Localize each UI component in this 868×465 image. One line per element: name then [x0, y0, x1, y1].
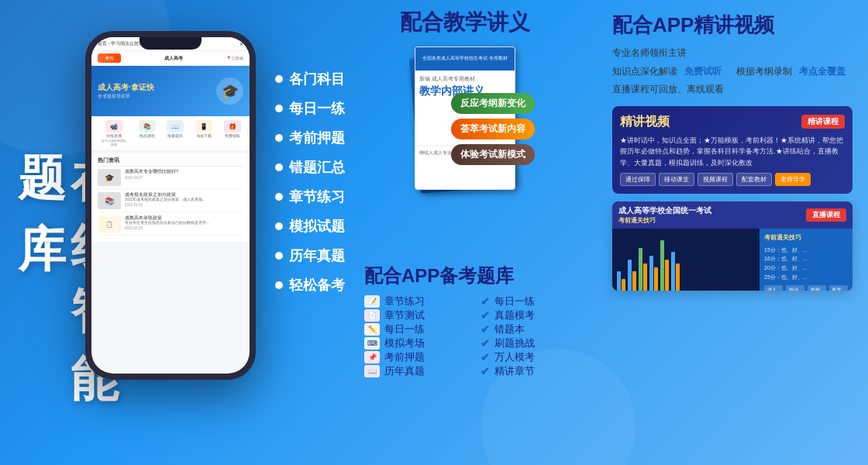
phone-frame: 首页 - 学习闯法让您试题学习平台 ✕ 学习 成人高考 📍 江西省 成人高考·拿…: [85, 31, 256, 380]
check-item-1: ✔ 每日一练: [480, 294, 581, 308]
phone-banner: 成人高考·拿证快 全省超前培训班 🎓: [91, 66, 250, 116]
video-card-description: ★讲时话中，知识点全面；★万能模板，考前利器！★系统精讲，帮您把握历年必做特点和…: [620, 135, 845, 168]
exam-item-2: 📄 章节测试: [364, 308, 465, 322]
check-item-6: ✔ 精讲章节: [480, 364, 581, 378]
phone-logo: 学习: [98, 53, 121, 63]
check-item-5: ✔ 万人模考: [480, 350, 581, 364]
exam-item-4: ⌨ 模拟考场: [364, 336, 465, 350]
textbook-section: 配合教学讲义 全国各类成人高等学校招生考试·专用教材 新编 成人高考专用教材 教…: [364, 8, 566, 208]
book-stack: 全国各类成人高等学校招生考试·专用教材 新编 成人高考专用教材 教学内部讲义 继…: [403, 46, 527, 202]
feature-item-3: 考前押题: [275, 129, 345, 147]
live-card-body: 考前通关技巧 15分：也、好、... 16分：也、好、... 20分：也、好、.…: [612, 229, 852, 291]
live-chart-area: [612, 229, 760, 291]
bullet-8: [275, 281, 283, 289]
live-btn-2[interactable]: 移动课堂: [786, 285, 804, 291]
feature-item-5: 章节练习: [275, 188, 345, 206]
video-card-title: 精讲视频: [620, 114, 670, 130]
check-item-4: ✔ 刷题挑战: [480, 336, 581, 350]
exam-grid: 📝 章节练习 📄 章节测试 ✏️ 每日一练 ⌨ 模拟考场 📌 考前押题 📖: [364, 294, 581, 378]
live-card-subtitle: 考前通关技巧: [618, 216, 711, 225]
feature-text-2: 知识点深化解读 免费试听: [612, 64, 728, 81]
live-card-title: 成人高等学校全国统一考试: [618, 205, 711, 216]
phone-screen: 首页 - 学习闯法让您试题学习平台 ✕ 学习 成人高考 📍 江西省 成人高考·拿…: [91, 37, 250, 374]
exam-section: 配合APP备考题库 📝 章节练习 📄 章节测试 ✏️ 每日一练 ⌨ 模拟考场 📌: [364, 264, 581, 378]
chart-bar-1: [617, 271, 621, 291]
live-bottom-buttons: 进入课堂 移动课堂 视频回放 配套教材: [764, 285, 848, 291]
phone-icon-app: 📱 App下载: [195, 120, 212, 146]
feature-item-4: 错题汇总: [275, 158, 345, 177]
badge-1: 反应考纲新变化: [451, 93, 535, 114]
phone-location: 📍 江西省: [226, 56, 243, 60]
feature-item-6: 模拟试题: [275, 217, 345, 236]
exam-item-5: 📌 考前押题: [364, 350, 465, 364]
right-section-title: 配合APP精讲视频: [612, 12, 852, 39]
live-btn-1[interactable]: 进入课堂: [764, 285, 783, 291]
right-features: 专业名师领衔主讲 知识点深化解读 免费试听 根据考纲录制 考点全覆盖 直播课程可…: [612, 45, 852, 98]
video-card-header: 精讲视频 精讲课程: [620, 114, 845, 130]
phone-icon-course: 📚 精品课程: [139, 120, 156, 146]
live-card: 成人高等学校全国统一考试 考前通关技巧 直播课程: [612, 202, 852, 291]
live-text-line-1: 15分：也、好、...: [764, 246, 848, 255]
exam-item-1: 📝 章节练习: [364, 294, 465, 308]
video-tag-4: 配套教材: [736, 173, 772, 186]
book-front-header: 全国各类成人高等学校招生考试·专用教材: [415, 47, 515, 71]
feature-text-1: 专业名师领衔主讲: [612, 45, 728, 62]
textbook-visual: 全国各类成人高等学校招生考试·专用教材 新编 成人高考专用教材 教学内部讲义 继…: [364, 46, 566, 202]
live-text-area: 考前通关技巧 15分：也、好、... 16分：也、好、... 20分：也、好、.…: [760, 229, 852, 291]
phone-icon-live: 📹 在线直播 全平台超名师团队授课: [100, 120, 127, 146]
video-card-tags: 通过保障 移动课堂 视频课程 配套教材 老师导学: [620, 173, 845, 186]
phone-nav-text: 成人高考: [164, 55, 183, 62]
video-tag-1: 通过保障: [620, 173, 656, 186]
exam-item-3: ✏️ 每日一练: [364, 322, 465, 336]
phone-icon-free: 🎁 免费领取: [224, 120, 241, 146]
feature-item-2: 每日一练: [275, 99, 345, 118]
live-btn-4[interactable]: 配套教材: [829, 285, 848, 291]
news-thumb-1: 🎓: [98, 169, 121, 186]
video-card-badge: 精讲课程: [801, 115, 845, 129]
live-card-header: 成人高等学校全国统一考试 考前通关技巧 直播课程: [612, 202, 852, 229]
video-tag-2: 移动课堂: [659, 173, 694, 186]
feature-text-4: 直播课程可回放、离线观看: [612, 81, 852, 98]
textbook-title: 配合教学讲义: [364, 8, 566, 37]
phone-mockup: 首页 - 学习闯法让您试题学习平台 ✕ 学习 成人高考 📍 江西省 成人高考·拿…: [85, 16, 256, 450]
badge-3: 体验考试新模式: [451, 144, 535, 165]
bullet-6: [275, 222, 283, 230]
bullet-7: [275, 252, 283, 260]
news-item-2: 📚 成考报名政策之加分政策 2021年成考报名政策之加分政策，成人高考报... …: [98, 192, 243, 212]
feature-item-1: 各门科目: [275, 70, 345, 88]
phone-icon-library: 📖 海量题库: [167, 120, 184, 146]
bullet-3: [275, 134, 283, 142]
phone-news-section: 热门资讯 🎓 成教高本专业哪些比较好? 2021-04-27 📚 成考报名政策之…: [91, 153, 250, 242]
live-badge: 直播课程: [806, 208, 846, 222]
video-card: 精讲视频 精讲课程 ★讲时话中，知识点全面；★万能模板，考前利器！★系统精讲，帮…: [612, 106, 852, 194]
news-item-1: 🎓 成教高本专业哪些比较好? 2021-04-27: [98, 169, 243, 189]
news-item-3: 📋 成教高本录取政策 专业学生考生在报名前分析自己的分数线是否手... 2021…: [98, 215, 243, 236]
feature-item-8: 轻松备考: [275, 276, 345, 294]
live-btn-3[interactable]: 视频回放: [808, 285, 826, 291]
check-item-2: ✔ 真题模考: [480, 308, 581, 322]
exam-right-col: ✔ 每日一练 ✔ 真题模考 ✔ 错题本 ✔ 刷题挑战 ✔ 万人模考 ✔ 精讲章节: [480, 294, 581, 378]
phone-news-title: 热门资讯: [98, 157, 243, 167]
feature-text-3: 根据考纲录制 考点全覆盖: [736, 64, 852, 81]
live-text-line-3: 20分：也、好、...: [764, 264, 848, 273]
check-item-3: ✔ 错题本: [480, 322, 581, 336]
exam-title: 配合APP备考题库: [364, 264, 581, 288]
badge-container: 反应考纲新变化 荟萃考试新内容 体验考试新模式: [451, 93, 535, 165]
feature-text-spacer: [736, 45, 852, 62]
video-tag-3: 视频课程: [698, 173, 733, 186]
feature-item-7: 历年真题: [275, 246, 345, 265]
phone-icons-row: 📹 在线直播 全平台超名师团队授课 📚 精品课程 📖 海量题库 📱 App下载: [91, 116, 250, 151]
phone-nav: 学习 成人高考 📍 江西省: [91, 51, 250, 66]
video-tag-special: 老师导学: [775, 173, 811, 186]
news-thumb-3: 📋: [98, 215, 121, 232]
bullet-5: [275, 193, 283, 201]
bullet-2: [275, 105, 283, 112]
live-text-line-2: 16分：也、好、...: [764, 254, 848, 264]
badge-2: 荟萃考试新内容: [451, 119, 535, 140]
feature-list: 各门科目 每日一练 考前押题 错题汇总 章节练习 模拟试题 历年真题 轻松备考: [275, 70, 345, 294]
exam-item-6: 📖 历年真题: [364, 364, 465, 378]
phone-notch: [140, 37, 202, 50]
live-text-line-4: 25分：也、好、...: [764, 273, 848, 282]
right-section: 配合APP精讲视频 专业名师领衔主讲 知识点深化解读 免费试听 根据考纲录制 考…: [612, 12, 852, 291]
phone-banner-image: 🎓: [216, 78, 243, 105]
